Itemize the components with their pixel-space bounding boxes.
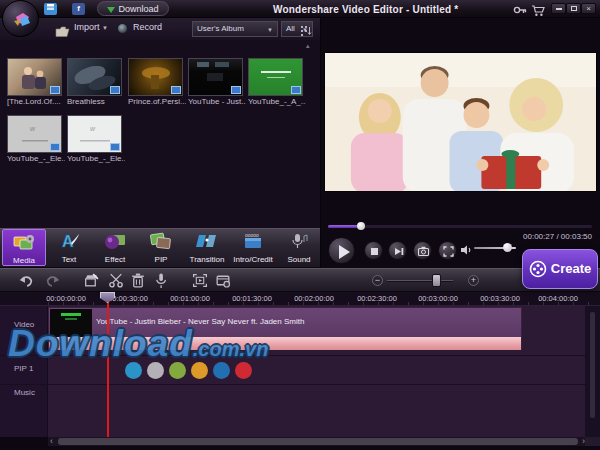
- horizontal-scrollbar-thumb[interactable]: [58, 438, 578, 445]
- clip-thumb-text: [65, 318, 77, 320]
- tab-effect[interactable]: Effect: [93, 229, 137, 266]
- fullscreen-button[interactable]: [438, 241, 457, 260]
- scroll-left-icon[interactable]: ‹: [50, 436, 53, 446]
- track-label-pip: PIP 1: [14, 364, 33, 373]
- voiceover-button[interactable]: [152, 272, 170, 289]
- download-arrow-icon: [107, 7, 115, 13]
- media-icon: [12, 233, 36, 253]
- media-item-thumbnail[interactable]: [248, 58, 303, 96]
- tab-label: PIP: [139, 255, 183, 264]
- download-button[interactable]: Download: [97, 1, 169, 16]
- fullscreen-icon: [439, 242, 458, 261]
- next-frame-button[interactable]: [388, 241, 407, 260]
- hd-badge-icon: [50, 143, 60, 151]
- scene-detect-icon: [191, 272, 209, 289]
- tab-sound[interactable]: Sound: [277, 229, 321, 266]
- album-dropdown-value: User's Album: [197, 24, 244, 33]
- maximize-button[interactable]: [566, 3, 581, 14]
- watermark-main: Download: [8, 323, 193, 364]
- tab-transition[interactable]: Transition: [185, 229, 229, 266]
- media-item-thumbnail[interactable]: [188, 58, 243, 96]
- timeline-zoom-in-button[interactable]: +: [468, 275, 479, 286]
- volume-slider-handle[interactable]: [503, 243, 512, 252]
- undo-button[interactable]: [17, 272, 35, 289]
- hd-badge-icon: [110, 86, 120, 94]
- ruler-label: 00:01:30:00: [232, 294, 272, 303]
- preview-video: [324, 52, 597, 192]
- window-bottom-edge: [0, 446, 600, 450]
- scroll-right-icon[interactable]: ›: [582, 436, 585, 446]
- tab-label: Transition: [185, 255, 229, 264]
- camera-icon: [414, 242, 433, 261]
- timeline-zoom-out-button[interactable]: −: [372, 275, 383, 286]
- close-button[interactable]: ×: [581, 3, 596, 14]
- tab-label: Effect: [93, 255, 137, 264]
- delete-button[interactable]: [129, 272, 147, 289]
- split-button[interactable]: [107, 272, 125, 289]
- scissors-icon: [107, 272, 125, 289]
- media-item-thumbnail[interactable]: [67, 58, 122, 96]
- hd-badge-icon: [50, 86, 60, 94]
- minimize-button[interactable]: [551, 3, 566, 14]
- register-key-icon[interactable]: [513, 3, 527, 15]
- ruler-label: 00:03:30:00: [480, 294, 520, 303]
- tab-pip[interactable]: PIP: [139, 229, 183, 266]
- minimize-glyph: [556, 8, 562, 10]
- create-button[interactable]: Create: [522, 249, 598, 289]
- clip-settings-icon: [214, 272, 232, 289]
- media-item-label: YouTube - Just...: [188, 97, 246, 106]
- timeline-zoom-handle[interactable]: [432, 274, 441, 287]
- transition-icon: [195, 232, 219, 252]
- play-button[interactable]: [328, 237, 355, 264]
- ruler-label: 00:00:00:00: [46, 294, 86, 303]
- snapshot-button[interactable]: [413, 241, 432, 260]
- preview-seekbar-handle[interactable]: [357, 222, 365, 230]
- tab-text[interactable]: A Text: [47, 229, 91, 266]
- stop-button[interactable]: [364, 241, 383, 260]
- record-dot-icon[interactable]: [117, 23, 128, 34]
- preview-seekbar[interactable]: [328, 225, 592, 228]
- tab-label: Media: [3, 256, 45, 265]
- media-scroll-up-icon[interactable]: ▴: [306, 42, 310, 50]
- timeline-zoom-slider[interactable]: [387, 280, 453, 282]
- media-item-thumbnail[interactable]: [7, 58, 62, 96]
- sort-view-icon[interactable]: [300, 23, 312, 41]
- window-menu-icon[interactable]: [44, 3, 57, 15]
- ruler-label: 00:01:00:00: [170, 294, 210, 303]
- scene-detect-button[interactable]: [191, 272, 209, 289]
- import-button[interactable]: Import ▼: [74, 22, 108, 32]
- facebook-icon[interactable]: f: [72, 3, 85, 15]
- import-folder-icon[interactable]: [55, 23, 70, 41]
- media-item-thumbnail[interactable]: [128, 58, 183, 96]
- edit-clip-button[interactable]: [82, 272, 100, 289]
- volume-icon[interactable]: [460, 242, 473, 260]
- pip-icon: [149, 232, 173, 252]
- media-item-label: YouTube_-_Ele...: [7, 154, 65, 163]
- maximize-glyph: [571, 6, 577, 11]
- media-item-label: Prince.of.Persi...: [128, 97, 186, 106]
- intro-credit-icon: ooooo: [241, 232, 265, 252]
- tab-intro-credit[interactable]: ooooo Intro/Credit: [231, 229, 275, 266]
- media-item-label: [The.Lord.Of....: [7, 97, 65, 106]
- ruler-label: 00:02:30:00: [357, 294, 397, 303]
- watermark-suffix: .com.vn: [193, 338, 269, 360]
- clip-settings-button[interactable]: [214, 272, 232, 289]
- album-dropdown[interactable]: User's Album ▼: [192, 21, 278, 37]
- import-dropdown-arrow-icon[interactable]: ▼: [102, 25, 108, 31]
- next-frame-icon: [389, 242, 408, 261]
- stop-icon: [371, 248, 378, 255]
- app-logo-icon: [2, 0, 39, 37]
- shop-cart-icon[interactable]: [531, 3, 545, 15]
- tab-media[interactable]: Media: [2, 229, 46, 266]
- record-button[interactable]: Record: [133, 22, 162, 32]
- media-item-thumbnail[interactable]: w: [7, 115, 62, 153]
- film-reel-icon: [529, 260, 547, 278]
- redo-button[interactable]: [44, 272, 62, 289]
- vertical-scrollbar[interactable]: [590, 312, 595, 418]
- media-item-thumbnail[interactable]: w: [67, 115, 122, 153]
- text-icon: A: [57, 232, 81, 252]
- track-separator: [0, 384, 585, 385]
- microphone-icon: [152, 272, 170, 289]
- track-label-music: Music: [14, 388, 35, 397]
- slide-text-line: [267, 77, 285, 78]
